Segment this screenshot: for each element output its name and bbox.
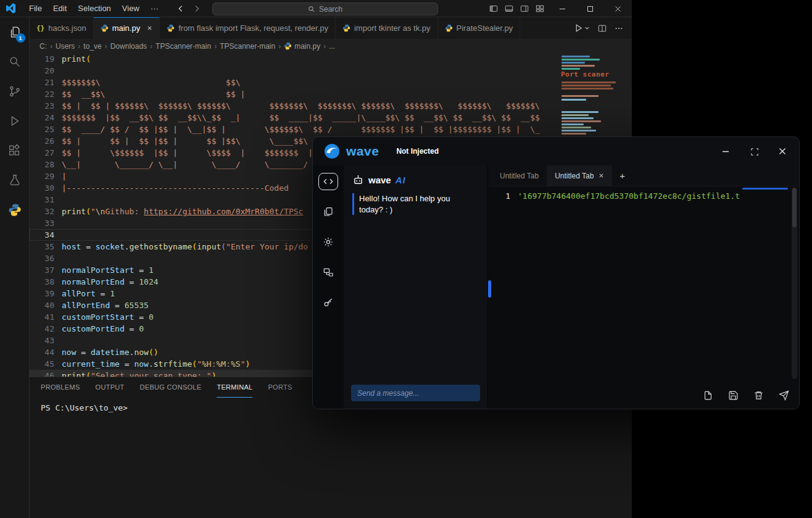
close-icon[interactable] (147, 25, 152, 31)
search-sidebar-icon[interactable] (0, 47, 30, 77)
wave-close-button[interactable] (778, 147, 787, 156)
key-icon[interactable] (318, 294, 338, 311)
search-box[interactable]: Search (212, 2, 438, 15)
wave-maximize-button[interactable] (750, 147, 758, 156)
menu-more[interactable]: ··· (145, 0, 164, 17)
tab-import-tkinter-as-tk-py[interactable]: import tkinter as tk.py (336, 17, 438, 39)
toggle-secondary-sidebar-icon[interactable] (520, 4, 529, 13)
breadcrumb-item[interactable]: C: (39, 42, 47, 51)
scrollbar-thumb[interactable] (792, 188, 797, 227)
editor-more-actions-icon[interactable] (615, 24, 623, 33)
forward-arrow-icon[interactable] (193, 4, 201, 13)
activity-bar: 1 (0, 17, 30, 518)
wave-toolbar (488, 382, 799, 409)
code-text: normalPortEnd = 1024 (62, 276, 159, 288)
toggle-sidebar-icon[interactable] (489, 4, 498, 13)
vscode-menubar: FileEditSelectionView··· (23, 0, 164, 17)
line-number: 35 (30, 241, 54, 253)
python-extension-icon[interactable] (0, 195, 30, 225)
minimap-line (561, 62, 585, 64)
run-python-button[interactable] (574, 23, 590, 33)
settings-gear-icon[interactable] (318, 233, 338, 251)
menu-view[interactable]: View (117, 0, 145, 17)
panel-tab-output[interactable]: OUTPUT (96, 377, 125, 398)
line-number: 43 (30, 335, 54, 346)
close-icon[interactable] (599, 173, 604, 178)
code-line-21[interactable]: 21$$$$$$$\ $$\ (30, 77, 632, 88)
code-line-20[interactable]: 20 (30, 65, 632, 77)
message-input[interactable]: Send a message... (351, 385, 480, 401)
panel-resize-handle[interactable] (488, 280, 491, 298)
customize-layout-icon[interactable] (536, 4, 544, 13)
breadcrumb-item[interactable]: TPScanner-main (155, 42, 211, 51)
line-number: 40 (30, 299, 54, 311)
maximize-button[interactable] (576, 0, 604, 17)
minimap-line (561, 117, 594, 119)
terminal-prompt: PS C:\Users\to_ve> (41, 403, 128, 412)
minimap-line (561, 88, 613, 90)
code-line-25[interactable]: 25$$ ____/ $$ / $$ |$$ | \__|$$ | \$$$$$… (30, 123, 632, 135)
send-icon[interactable] (779, 390, 789, 401)
tab-main-py[interactable]: main.py (94, 17, 160, 39)
delete-icon[interactable] (753, 390, 764, 401)
new-file-icon[interactable] (703, 390, 713, 401)
new-tab-button[interactable]: + (612, 165, 632, 186)
remote-connection-icon[interactable] (318, 264, 338, 281)
line-number: 42 (30, 323, 54, 335)
wave-tab[interactable]: Untitled Tab (547, 165, 612, 186)
code-tab-icon[interactable] (318, 173, 338, 190)
breadcrumb-item[interactable]: main.py (284, 42, 320, 51)
save-icon[interactable] (728, 390, 739, 401)
panel-tab-terminal[interactable]: TERMINAL (217, 377, 252, 398)
line-number: 26 (30, 135, 54, 147)
back-arrow-icon[interactable] (176, 4, 185, 13)
code-text: print( (62, 53, 91, 65)
run-debug-icon[interactable] (0, 106, 30, 136)
search-placeholder: Search (319, 5, 342, 14)
breadcrumb-item[interactable]: Users (56, 42, 75, 51)
code-line-19[interactable]: 19print( (30, 53, 632, 65)
extensions-icon[interactable] (0, 136, 30, 165)
panel-tab-problems[interactable]: PROBLEMS (41, 377, 80, 398)
wave-tab[interactable]: Untitled Tab (492, 165, 547, 186)
toggle-panel-icon[interactable] (505, 4, 513, 13)
code-line-24[interactable]: 24$$$$$$$ |$$ __$$\ $$ __$$\\_$$ _| $$ _… (30, 112, 632, 123)
panel-tab-debug-console[interactable]: DEBUG CONSOLE (140, 377, 202, 398)
line-number: 25 (30, 123, 54, 135)
breadcrumb-item[interactable]: to_ve (83, 42, 101, 51)
tab-hacks-json[interactable]: {}hacks.json (30, 17, 94, 39)
wave-code-editor[interactable]: 1 '16977b746400ef17bcd5370bf1472ec8c/gis… (488, 186, 799, 382)
composer-placeholder: Send a message... (357, 389, 419, 398)
breadcrumb-item[interactable]: TPScanner-main (220, 42, 275, 51)
tab-from-flask-import-flask-request-render-py[interactable]: from flask import Flask, request, render… (160, 17, 336, 39)
code-line-22[interactable]: 22$$ __$$\ $$ | (30, 88, 632, 100)
breadcrumb-item[interactable]: ... (329, 42, 335, 51)
minimap-line (561, 120, 601, 122)
split-editor-icon[interactable] (598, 24, 607, 33)
close-button[interactable] (604, 0, 632, 17)
menu-selection[interactable]: Selection (72, 0, 116, 17)
minimize-button[interactable] (549, 0, 576, 17)
wave-sidebar (313, 165, 344, 409)
history-navigation (176, 0, 201, 17)
breadcrumb-item[interactable]: Downloads (110, 42, 147, 51)
scripts-icon[interactable] (318, 203, 338, 220)
minimap[interactable]: Port scaner (559, 54, 624, 141)
json-icon: {} (36, 24, 44, 32)
wave-minimize-button[interactable] (721, 147, 730, 156)
line-number: 19 (30, 53, 54, 65)
line-number: 37 (30, 264, 54, 276)
source-control-icon[interactable] (0, 77, 30, 106)
explorer-icon[interactable]: 1 (0, 17, 30, 47)
code-text: current_time = now.strftime("%H:%M:%S") (62, 358, 250, 370)
panel-tab-ports[interactable]: PORTS (268, 377, 292, 398)
testing-icon[interactable] (0, 165, 30, 195)
minimap-line (561, 68, 580, 70)
code-line-23[interactable]: 23$$ | $$ | $$$$$$\ $$$$$$\ $$$$$$\ $$$$… (30, 100, 632, 112)
wave-scrollbar[interactable] (792, 188, 797, 379)
line-number: 30 (30, 182, 54, 194)
menu-file[interactable]: File (23, 0, 48, 17)
menu-edit[interactable]: Edit (48, 0, 72, 17)
tab-piratestealer-py[interactable]: PirateStealer.py (438, 17, 521, 39)
minimap-line (561, 130, 596, 132)
